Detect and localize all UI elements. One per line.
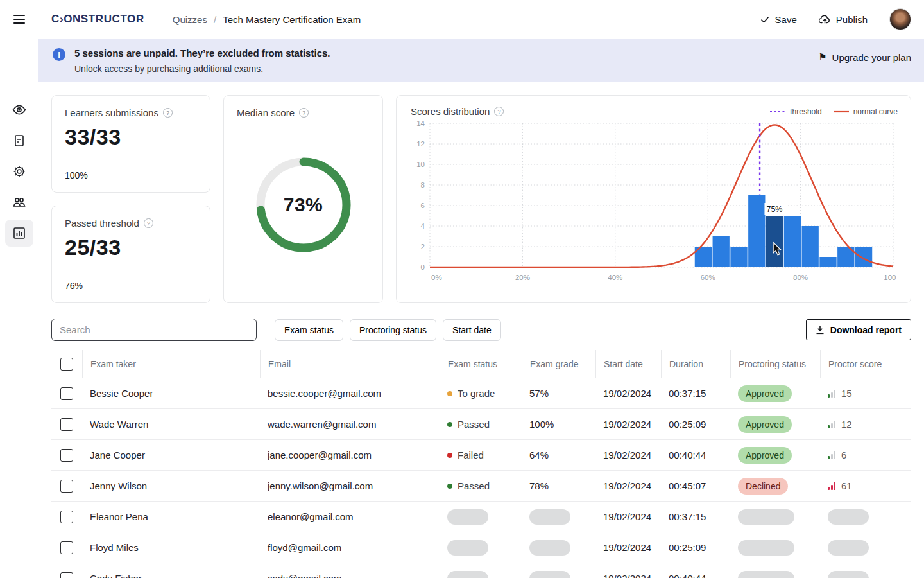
- histogram-bar-6[interactable]: [802, 226, 819, 267]
- sidebar-item-statistics[interactable]: [5, 220, 33, 247]
- histogram-bar-4[interactable]: [766, 216, 783, 267]
- dashed-line-swatch: [770, 110, 785, 114]
- breadcrumb-quizzes[interactable]: Quizzes: [173, 14, 207, 25]
- app-logo: C›ONSTRUCTOR: [51, 13, 144, 26]
- svg-text:14: 14: [416, 121, 425, 127]
- proctor-score-cell: 6: [820, 450, 911, 460]
- proctoring-badge: Approved: [738, 447, 792, 464]
- proctor-score-cell: 61: [820, 480, 911, 491]
- table-row[interactable]: Cody Fishercody@gmail.com19/02/202400:40…: [51, 563, 911, 578]
- skeleton-pill: [828, 540, 869, 556]
- proctor-score-value: 12: [841, 419, 852, 430]
- start-date-cell: 19/02/2024: [595, 573, 661, 578]
- chart-legend: thresholdnormal curve: [770, 107, 898, 116]
- filter-chip-start-date[interactable]: Start date: [443, 319, 501, 341]
- status-label: Failed: [458, 450, 484, 460]
- checkbox-cell: [51, 511, 82, 523]
- select-all-checkbox[interactable]: [60, 358, 73, 371]
- help-icon[interactable]: ?: [144, 218, 153, 228]
- signal-bars-icon: [828, 482, 835, 490]
- histogram-bar-1[interactable]: [713, 236, 730, 267]
- publish-button[interactable]: Publish: [819, 14, 868, 25]
- signal-bars-icon: [828, 420, 835, 428]
- row-checkbox[interactable]: [60, 418, 73, 431]
- histogram-bar-3[interactable]: [748, 195, 765, 267]
- row-checkbox[interactable]: [60, 511, 73, 523]
- eye-icon: [12, 103, 26, 117]
- column-header-exam-grade: Exam grade: [522, 350, 595, 378]
- column-header-proctor-score: Proctor score: [820, 350, 911, 378]
- banner-title: 5 sessions are unpaid. They’re excluded …: [74, 48, 330, 58]
- start-date-cell: 19/02/2024: [595, 511, 661, 522]
- filter-chip-proctoring-status[interactable]: Proctoring status: [350, 319, 436, 341]
- svg-text:100%: 100%: [884, 274, 896, 281]
- histogram-bar-5[interactable]: [784, 216, 801, 267]
- table-row[interactable]: Eleanor Penaeleanor@gmail.com19/02/20240…: [51, 502, 911, 532]
- median-score-card: Median score ? 73%: [223, 95, 383, 303]
- sidebar: [0, 82, 38, 578]
- threshold-percent: 76%: [65, 281, 197, 291]
- histogram-bar-7[interactable]: [819, 257, 836, 267]
- distribution-chart[interactable]: 024681012140%20%40%60%80%100%75%: [407, 121, 896, 289]
- signal-bars-icon: [828, 451, 835, 459]
- document-icon: [12, 134, 26, 148]
- row-checkbox[interactable]: [60, 387, 73, 400]
- proctor-score-cell: 12: [820, 419, 911, 430]
- row-checkbox[interactable]: [60, 480, 73, 493]
- row-checkbox[interactable]: [60, 449, 73, 462]
- status-dot: [447, 391, 452, 396]
- signal-bars-icon: [828, 389, 835, 398]
- svg-text:0: 0: [421, 263, 425, 271]
- sidebar-item-preview[interactable]: [5, 96, 33, 123]
- exam-status-cell: Passed: [440, 480, 522, 491]
- filter-chip-exam-status[interactable]: Exam status: [275, 319, 343, 341]
- row-checkbox[interactable]: [60, 541, 73, 554]
- histogram-bar-2[interactable]: [730, 247, 747, 267]
- table-row[interactable]: Jenny Wilsonjenny.wilson@gmail.comPassed…: [51, 471, 911, 502]
- menu-icon[interactable]: [0, 15, 38, 24]
- help-icon[interactable]: ?: [163, 108, 173, 118]
- checkbox-cell: [51, 541, 82, 554]
- duration-cell: 00:25:09: [661, 419, 730, 430]
- proctoring-badge: Declined: [738, 478, 788, 495]
- histogram-bar-9[interactable]: [855, 247, 872, 267]
- normal-curve-line: [430, 125, 893, 267]
- sidebar-item-content[interactable]: [5, 127, 33, 154]
- check-icon: [760, 14, 770, 24]
- table-row[interactable]: Jane Cooperjane.cooper@gmail.comFailed64…: [51, 440, 911, 471]
- checkbox-cell: [51, 418, 82, 431]
- exam-status-cell: [440, 571, 522, 578]
- svg-text:4: 4: [421, 222, 425, 230]
- upgrade-plan-button[interactable]: ⚑ Upgrade your plan: [818, 51, 911, 63]
- skeleton-pill: [738, 571, 794, 578]
- exam-grade-cell: 64%: [522, 450, 595, 460]
- exam-status-cell: Failed: [440, 450, 522, 460]
- cloud-upload-icon: [819, 14, 831, 24]
- median-value: 73%: [255, 157, 352, 253]
- submissions-percent: 100%: [65, 170, 197, 180]
- sidebar-item-settings[interactable]: [5, 158, 33, 185]
- skeleton-pill: [447, 509, 488, 525]
- avatar[interactable]: [889, 8, 911, 30]
- search-input[interactable]: [51, 319, 257, 341]
- proctoring-status-cell: [730, 540, 820, 556]
- help-icon[interactable]: ?: [494, 107, 504, 116]
- proctor-score-cell: [820, 540, 911, 556]
- proctoring-status-cell: [730, 509, 820, 525]
- email-cell: cody@gmail.com: [260, 573, 440, 578]
- help-icon[interactable]: ?: [299, 108, 309, 118]
- table-row[interactable]: Wade Warrenwade.warren@gmail.comPassed10…: [51, 409, 911, 440]
- download-report-button[interactable]: Download report: [806, 319, 911, 340]
- median-donut-chart: 73%: [255, 157, 352, 253]
- save-button[interactable]: Save: [760, 14, 797, 25]
- table-row[interactable]: Floyd Milesfloyd@gmail.com19/02/202400:2…: [51, 532, 911, 563]
- exam-status-cell: To grade: [440, 388, 522, 399]
- breadcrumb-separator: /: [214, 14, 216, 25]
- status-label: To grade: [458, 388, 495, 399]
- table-row[interactable]: Bessie Cooperbessie.cooper@gmail.comTo g…: [51, 378, 911, 409]
- sidebar-item-learners[interactable]: [5, 189, 33, 216]
- exam-taker-cell: Eleanor Pena: [82, 511, 260, 522]
- svg-text:8: 8: [421, 181, 425, 189]
- svg-text:20%: 20%: [515, 274, 530, 281]
- row-checkbox[interactable]: [60, 572, 73, 578]
